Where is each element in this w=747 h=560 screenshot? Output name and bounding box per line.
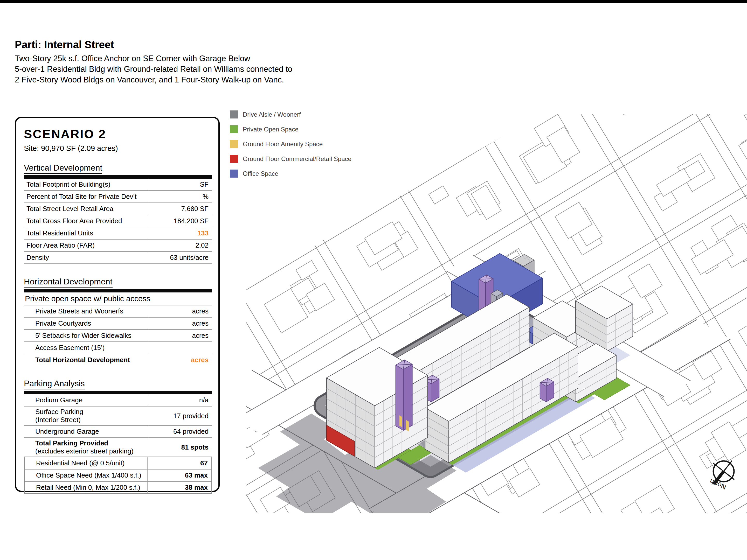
legend-swatch-icon: [230, 169, 238, 178]
slide-page: { "header": { "title": "Parti: Internal …: [0, 0, 747, 560]
row-label: Floor Area Ratio (FAR): [24, 240, 148, 251]
header-line: 2 Five-Story Wood Bldgs on Vancouver, an…: [15, 74, 378, 85]
row-label: Residential Need (@ 0.5/unit): [25, 457, 147, 469]
row-label-text: Private Streets and Woonerfs: [35, 307, 146, 315]
table-row: Total Gross Floor Area Provided184,200 S…: [24, 215, 212, 228]
legend-swatch-icon: [230, 155, 238, 163]
table-row: Private Streets and Woonerfsacres: [24, 305, 212, 318]
row-label-text: Access Easement (15’): [35, 344, 146, 352]
header-line: 5-over-1 Residential Bldg with Ground-re…: [15, 64, 378, 74]
row-label-text: Total Parking Provided: [35, 439, 146, 447]
table-row: Total Street Level Retail Area7,680 SF: [24, 203, 212, 215]
row-label: Access Easement (15’): [24, 342, 148, 354]
table-row: Total Horizontal Developmentacres: [24, 354, 212, 366]
page-title: Parti: Internal Street: [15, 39, 378, 51]
row-label: Total Street Level Retail Area: [24, 203, 148, 215]
table-row: 5’ Setbacks for Wider Sidewalksacres: [24, 330, 212, 342]
row-label-text: 5’ Setbacks for Wider Sidewalks: [35, 331, 146, 340]
row-label: 5’ Setbacks for Wider Sidewalks: [24, 330, 148, 342]
row-value: 133: [148, 228, 212, 239]
row-label-text: Percent of Total Site for Private Dev’t: [26, 193, 146, 201]
row-label: Total Parking Provided(excludes exterior…: [24, 438, 148, 457]
table-row: Floor Area Ratio (FAR)2.02: [24, 240, 212, 252]
legend-swatch-icon: [230, 140, 238, 148]
section-subheading: Private open space w/ public access: [24, 292, 212, 305]
section-divider-bar: [24, 391, 212, 394]
site-area-line: Site: 90,970 SF (2.09 acres): [24, 144, 212, 153]
row-label-text: Retail Need (Min 0, Max 1/200 s.f.): [36, 483, 145, 491]
row-value: 63 max: [147, 470, 211, 481]
row-value: acres: [148, 354, 212, 366]
row-label-text: Total Residential Units: [26, 229, 146, 237]
parking-needs-box: Residential Need (@ 0.5/unit)67Office Sp…: [24, 457, 212, 494]
scenario-title: SCENARIO 2: [24, 127, 212, 141]
table-row: Private Courtyardsacres: [24, 318, 212, 330]
table-row: Office Space Need (Max 1/400 s.f.)63 max: [25, 470, 211, 482]
row-sublabel-text: (Interior Street): [35, 416, 146, 424]
row-value: 63 units/acre: [148, 252, 212, 263]
section-divider-bar: [24, 175, 212, 179]
row-label: Density: [24, 252, 148, 263]
row-label: Surface Parking(Interior Street): [24, 406, 148, 425]
row-label: Total Horizontal Development: [24, 354, 148, 366]
row-label: Total Gross Floor Area Provided: [24, 215, 148, 227]
row-value: 7,680 SF: [148, 203, 212, 215]
row-sublabel-text: (excludes exterior street parking): [35, 447, 146, 455]
row-label: Total Residential Units: [24, 228, 148, 239]
table-section: Horizontal DevelopmentPrivate open space…: [24, 277, 212, 366]
row-value: 81 spots: [148, 438, 212, 457]
table-row: Underground Garage64 provided: [24, 426, 212, 438]
row-label: Underground Garage: [24, 426, 148, 437]
scenario-tables: Vertical DevelopmentTotal Footprint of B…: [24, 163, 212, 494]
table-row: Percent of Total Site for Private Dev’t%: [24, 191, 212, 203]
row-label-text: Total Horizontal Development: [35, 356, 146, 364]
row-value: 64 provided: [148, 426, 212, 437]
table-section: Vertical DevelopmentTotal Footprint of B…: [24, 163, 212, 264]
header-block: Parti: Internal Street Two-Story 25k s.f…: [15, 39, 378, 85]
row-label-text: Residential Need (@ 0.5/unit): [36, 459, 145, 467]
row-value: acres: [148, 330, 212, 342]
legend-swatch-icon: [230, 110, 238, 118]
row-value: acres: [148, 318, 212, 329]
row-label: Private Courtyards: [24, 318, 148, 329]
table-row: Surface Parking(Interior Street)17 provi…: [24, 406, 212, 426]
row-label-text: Total Footprint of Building(s): [26, 181, 146, 188]
table-row: Density63 units/acre: [24, 252, 212, 264]
row-label-text: Total Gross Floor Area Provided: [26, 217, 146, 225]
section-divider-bar: [24, 289, 212, 292]
row-value: SF: [148, 179, 212, 190]
table-row: Access Easement (15’): [24, 342, 212, 354]
table-row: Total Parking Provided(excludes exterior…: [24, 438, 212, 457]
table-row: Total Footprint of Building(s)SF: [24, 179, 212, 191]
table-row: Podium Garagen/a: [24, 394, 212, 406]
legend-swatch-icon: [230, 125, 238, 133]
row-value: 67: [147, 457, 211, 469]
row-value: acres: [148, 305, 212, 317]
table-row: Retail Need (Min 0, Max 1/200 s.f.)38 ma…: [25, 482, 211, 494]
section-heading: Vertical Development: [24, 163, 102, 174]
header-line: Two-Story 25k s.f. Office Anchor on SE C…: [15, 53, 378, 64]
row-label-text: Total Street Level Retail Area: [26, 205, 146, 213]
top-black-bar: [0, 0, 747, 3]
row-label-text: Podium Garage: [35, 396, 146, 404]
row-label: Retail Need (Min 0, Max 1/200 s.f.): [25, 482, 147, 494]
row-value: [148, 342, 212, 354]
row-value: 184,200 SF: [148, 215, 212, 227]
row-label: Private Streets and Woonerfs: [24, 305, 148, 317]
row-value: 17 provided: [148, 406, 212, 425]
row-value: n/a: [148, 394, 212, 406]
row-label: Percent of Total Site for Private Dev’t: [24, 191, 148, 203]
table-row: Total Residential Units133: [24, 228, 212, 240]
table-section: Parking AnalysisPodium Garagen/aSurface …: [24, 379, 212, 494]
row-label: Office Space Need (Max 1/400 s.f.): [25, 470, 147, 481]
row-value: 38 max: [147, 482, 211, 494]
row-label-text: Density: [26, 254, 146, 262]
site-plan-drawing: North: [247, 114, 747, 513]
row-label: Podium Garage: [24, 394, 148, 406]
row-value: 2.02: [148, 240, 212, 251]
row-label-text: Private Courtyards: [35, 319, 146, 327]
scenario-panel: SCENARIO 2 Site: 90,970 SF (2.09 acres) …: [15, 117, 220, 492]
section-heading: Parking Analysis: [24, 379, 85, 390]
section-heading: Horizontal Development: [24, 277, 112, 288]
row-value: %: [148, 191, 212, 203]
